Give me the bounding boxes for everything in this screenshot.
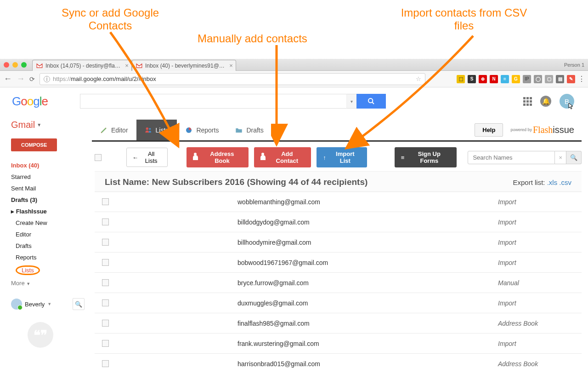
account-avatar[interactable]: B <box>560 94 574 109</box>
help-button[interactable]: Help <box>475 123 503 137</box>
ext-icon[interactable]: ▢ <box>545 75 553 83</box>
ext-icon[interactable]: ✎ <box>567 75 575 83</box>
flashissue-tabs: Editor Lists Reports Drafts Help powered… <box>92 120 582 142</box>
google-logo[interactable]: Google <box>12 94 48 109</box>
ext-icon[interactable]: S <box>468 75 476 83</box>
all-lists-button[interactable]: ← All Lists <box>126 148 168 167</box>
ext-icon[interactable]: G <box>512 75 520 83</box>
person-label[interactable]: Person 1 <box>564 62 584 68</box>
row-checkbox[interactable] <box>102 299 109 306</box>
contact-email: harrisonbrad015@gmail.com <box>237 360 498 368</box>
browser-menu-icon[interactable]: ⋮ <box>578 75 584 83</box>
notifications-icon[interactable]: 🔔 <box>540 96 551 107</box>
apps-icon[interactable] <box>523 97 532 106</box>
gmail-dropdown[interactable]: Gmail ▼ <box>11 120 85 130</box>
row-checkbox[interactable] <box>102 279 109 286</box>
search-names-input[interactable] <box>468 151 555 164</box>
contact-row[interactable]: billhoodymire@gmail.com Import <box>95 232 582 252</box>
nav-drafts[interactable]: Drafts (3) <box>11 194 85 206</box>
gmail-search-input[interactable] <box>80 94 346 109</box>
list-header: List Name: New Subscribers 2016 (Showing… <box>95 171 582 193</box>
contact-email: bobwood19671967@gmail.com <box>237 259 498 266</box>
export-csv[interactable]: .csv <box>559 178 571 186</box>
contact-row[interactable]: harrisonbrad015@gmail.com Address Book <box>95 353 582 368</box>
pie-icon <box>185 126 192 134</box>
nav-fi-drafts[interactable]: Drafts <box>16 240 85 252</box>
row-checkbox[interactable] <box>102 239 109 246</box>
nav-inbox[interactable]: Inbox (40) <box>11 160 85 171</box>
tab-lists[interactable]: Lists <box>136 120 177 140</box>
url-text: mail.google.com/mail/u/2/#inbox <box>71 75 156 82</box>
tab-editor[interactable]: Editor <box>92 120 136 140</box>
ext-icon[interactable]: ⬚ <box>457 75 465 83</box>
ext-icon[interactable]: N <box>490 75 498 83</box>
nav-flashissue[interactable]: ▸ FlashIssue <box>11 206 85 217</box>
ext-icon[interactable]: ◯ <box>534 75 542 83</box>
add-contact-button[interactable]: Add Contact <box>254 147 311 167</box>
contact-row[interactable]: bobwood19671967@gmail.com Import <box>95 252 582 272</box>
browser-tab-2[interactable]: Inbox (40) - beverlymines91@… × <box>132 60 236 71</box>
row-checkbox[interactable] <box>102 218 109 225</box>
search-options-toggle[interactable]: ▾ <box>346 94 356 109</box>
export-xls[interactable]: .xls <box>547 178 558 186</box>
search-go[interactable]: 🔍 <box>566 151 582 164</box>
gmail-icon <box>36 63 43 69</box>
google-header: Google ▾ 🔔 B <box>0 87 583 115</box>
contact-row[interactable]: frank.wurstering@gmail.com Import <box>95 333 582 353</box>
contact-source: Import <box>498 239 576 246</box>
tab-drafts[interactable]: Drafts <box>227 120 271 140</box>
contact-row[interactable]: finalflash985@gmail.com Address Book <box>95 313 582 333</box>
contact-row[interactable]: bryce.furrow@gmail.com Manual <box>95 272 582 293</box>
close-icon[interactable]: × <box>125 62 129 69</box>
svg-point-3 <box>149 128 151 130</box>
contact-row[interactable]: wobblemanthing@gmail.com Import <box>95 191 582 212</box>
nav-starred[interactable]: Starred <box>11 171 85 183</box>
reload-button[interactable]: ⟳ <box>29 75 35 83</box>
site-info-icon[interactable]: i <box>44 76 50 82</box>
search-icon <box>368 98 375 105</box>
address-bar: ← → ⟳ i https://mail.google.com/mail/u/2… <box>0 71 588 87</box>
import-list-button[interactable]: ↑Import List <box>317 147 367 167</box>
nav-fi-editor[interactable]: Editor <box>16 229 85 240</box>
nav-fi-lists[interactable]: Lists <box>16 263 85 277</box>
address-book-button[interactable]: Address Book <box>187 147 249 167</box>
row-checkbox[interactable] <box>102 320 109 327</box>
contact-source: Import <box>498 198 576 206</box>
bookmark-icon[interactable]: ☆ <box>416 75 421 82</box>
hangouts-bubble[interactable]: ❝❞ <box>28 322 53 348</box>
row-checkbox[interactable] <box>102 340 109 347</box>
svg-line-1 <box>372 102 374 104</box>
mac-close[interactable] <box>4 62 9 68</box>
mac-maximize[interactable] <box>21 62 27 68</box>
select-all-checkbox[interactable] <box>95 154 102 161</box>
contact-row[interactable]: duxmuggles@gmail.com Import <box>95 293 582 313</box>
nav-sent[interactable]: Sent Mail <box>11 183 85 194</box>
nav-more[interactable]: More ▼ <box>11 277 85 289</box>
compose-button[interactable]: COMPOSE <box>11 138 57 151</box>
contact-source: Import <box>498 299 576 307</box>
ext-icon[interactable]: IP <box>523 75 531 83</box>
tab-reports[interactable]: Reports <box>177 120 227 140</box>
mac-minimize[interactable] <box>12 62 18 68</box>
close-icon[interactable]: × <box>229 62 233 69</box>
nav-fi-reports[interactable]: Reports <box>16 252 85 263</box>
gmail-search-button[interactable] <box>356 94 386 109</box>
row-checkbox[interactable] <box>102 360 109 367</box>
contact-row[interactable]: billdodgydog@gmail.com Import <box>95 212 582 232</box>
hangouts-name[interactable]: Beverly <box>25 301 45 308</box>
back-button[interactable]: ← <box>4 74 12 84</box>
hangouts-avatar[interactable] <box>11 299 22 310</box>
ext-icon[interactable]: ≡ <box>501 75 509 83</box>
forward-button[interactable]: → <box>17 74 25 84</box>
row-checkbox[interactable] <box>102 259 109 266</box>
signup-forms-button[interactable]: ≡Sign Up Forms <box>395 147 457 167</box>
ext-icon[interactable]: ▤ <box>556 75 564 83</box>
search-clear[interactable]: × <box>555 151 566 164</box>
browser-tab-1[interactable]: Inbox (14,075) - destiny@fla… × <box>32 60 132 71</box>
row-checkbox[interactable] <box>102 198 109 205</box>
url-input[interactable]: i https://mail.google.com/mail/u/2/#inbo… <box>40 73 425 85</box>
nav-create-new[interactable]: Create New <box>16 217 85 229</box>
ext-icon[interactable]: ⊕ <box>479 75 487 83</box>
hangouts-search[interactable]: 🔍 <box>73 298 85 310</box>
people-icon <box>145 126 152 134</box>
